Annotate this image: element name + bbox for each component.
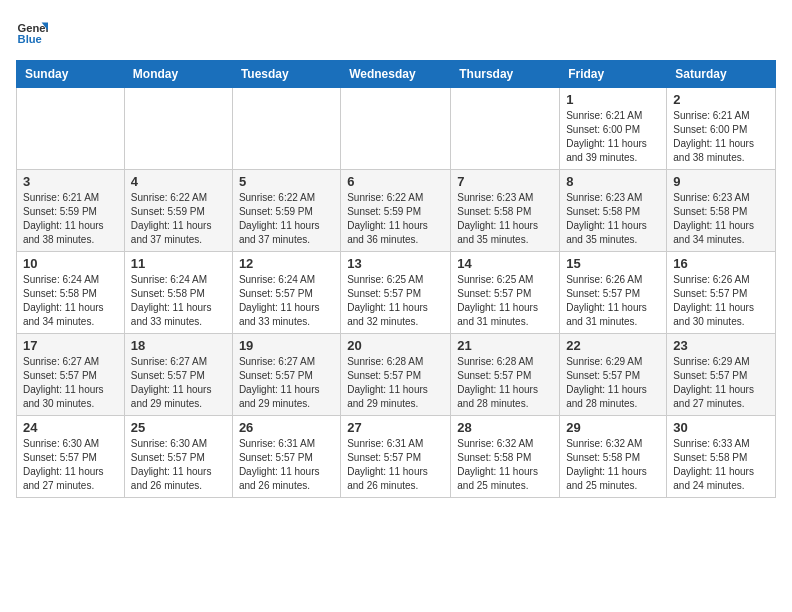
calendar-cell: 8Sunrise: 6:23 AM Sunset: 5:58 PM Daylig… xyxy=(560,170,667,252)
day-number: 24 xyxy=(23,420,118,435)
calendar-week-row: 1Sunrise: 6:21 AM Sunset: 6:00 PM Daylig… xyxy=(17,88,776,170)
page-header: General Blue xyxy=(16,16,776,48)
calendar-cell: 24Sunrise: 6:30 AM Sunset: 5:57 PM Dayli… xyxy=(17,416,125,498)
weekday-header-row: SundayMondayTuesdayWednesdayThursdayFrid… xyxy=(17,61,776,88)
weekday-header: Friday xyxy=(560,61,667,88)
calendar-cell: 11Sunrise: 6:24 AM Sunset: 5:58 PM Dayli… xyxy=(124,252,232,334)
day-number: 10 xyxy=(23,256,118,271)
day-info: Sunrise: 6:33 AM Sunset: 5:58 PM Dayligh… xyxy=(673,437,769,493)
day-info: Sunrise: 6:28 AM Sunset: 5:57 PM Dayligh… xyxy=(457,355,553,411)
calendar-cell: 15Sunrise: 6:26 AM Sunset: 5:57 PM Dayli… xyxy=(560,252,667,334)
calendar-cell: 1Sunrise: 6:21 AM Sunset: 6:00 PM Daylig… xyxy=(560,88,667,170)
day-number: 9 xyxy=(673,174,769,189)
day-number: 21 xyxy=(457,338,553,353)
day-info: Sunrise: 6:30 AM Sunset: 5:57 PM Dayligh… xyxy=(23,437,118,493)
day-info: Sunrise: 6:26 AM Sunset: 5:57 PM Dayligh… xyxy=(566,273,660,329)
calendar-cell: 3Sunrise: 6:21 AM Sunset: 5:59 PM Daylig… xyxy=(17,170,125,252)
weekday-header: Monday xyxy=(124,61,232,88)
day-info: Sunrise: 6:27 AM Sunset: 5:57 PM Dayligh… xyxy=(239,355,334,411)
day-number: 28 xyxy=(457,420,553,435)
day-info: Sunrise: 6:24 AM Sunset: 5:58 PM Dayligh… xyxy=(131,273,226,329)
day-info: Sunrise: 6:23 AM Sunset: 5:58 PM Dayligh… xyxy=(457,191,553,247)
day-number: 3 xyxy=(23,174,118,189)
calendar-cell: 21Sunrise: 6:28 AM Sunset: 5:57 PM Dayli… xyxy=(451,334,560,416)
day-number: 30 xyxy=(673,420,769,435)
calendar-cell: 16Sunrise: 6:26 AM Sunset: 5:57 PM Dayli… xyxy=(667,252,776,334)
weekday-header: Tuesday xyxy=(232,61,340,88)
calendar-table: SundayMondayTuesdayWednesdayThursdayFrid… xyxy=(16,60,776,498)
day-info: Sunrise: 6:24 AM Sunset: 5:58 PM Dayligh… xyxy=(23,273,118,329)
calendar-cell: 7Sunrise: 6:23 AM Sunset: 5:58 PM Daylig… xyxy=(451,170,560,252)
day-number: 29 xyxy=(566,420,660,435)
calendar-cell: 20Sunrise: 6:28 AM Sunset: 5:57 PM Dayli… xyxy=(341,334,451,416)
calendar-cell: 23Sunrise: 6:29 AM Sunset: 5:57 PM Dayli… xyxy=(667,334,776,416)
calendar-cell: 25Sunrise: 6:30 AM Sunset: 5:57 PM Dayli… xyxy=(124,416,232,498)
day-info: Sunrise: 6:21 AM Sunset: 6:00 PM Dayligh… xyxy=(566,109,660,165)
day-info: Sunrise: 6:22 AM Sunset: 5:59 PM Dayligh… xyxy=(347,191,444,247)
calendar-cell: 19Sunrise: 6:27 AM Sunset: 5:57 PM Dayli… xyxy=(232,334,340,416)
calendar-week-row: 10Sunrise: 6:24 AM Sunset: 5:58 PM Dayli… xyxy=(17,252,776,334)
calendar-cell: 10Sunrise: 6:24 AM Sunset: 5:58 PM Dayli… xyxy=(17,252,125,334)
day-number: 8 xyxy=(566,174,660,189)
day-info: Sunrise: 6:31 AM Sunset: 5:57 PM Dayligh… xyxy=(239,437,334,493)
day-number: 7 xyxy=(457,174,553,189)
calendar-cell xyxy=(17,88,125,170)
day-info: Sunrise: 6:22 AM Sunset: 5:59 PM Dayligh… xyxy=(239,191,334,247)
day-info: Sunrise: 6:21 AM Sunset: 6:00 PM Dayligh… xyxy=(673,109,769,165)
day-info: Sunrise: 6:25 AM Sunset: 5:57 PM Dayligh… xyxy=(457,273,553,329)
calendar-cell: 14Sunrise: 6:25 AM Sunset: 5:57 PM Dayli… xyxy=(451,252,560,334)
day-info: Sunrise: 6:29 AM Sunset: 5:57 PM Dayligh… xyxy=(673,355,769,411)
day-number: 15 xyxy=(566,256,660,271)
day-info: Sunrise: 6:24 AM Sunset: 5:57 PM Dayligh… xyxy=(239,273,334,329)
weekday-header: Sunday xyxy=(17,61,125,88)
calendar-cell: 30Sunrise: 6:33 AM Sunset: 5:58 PM Dayli… xyxy=(667,416,776,498)
day-number: 5 xyxy=(239,174,334,189)
weekday-header: Thursday xyxy=(451,61,560,88)
day-info: Sunrise: 6:22 AM Sunset: 5:59 PM Dayligh… xyxy=(131,191,226,247)
calendar-week-row: 17Sunrise: 6:27 AM Sunset: 5:57 PM Dayli… xyxy=(17,334,776,416)
day-info: Sunrise: 6:32 AM Sunset: 5:58 PM Dayligh… xyxy=(457,437,553,493)
calendar-cell: 27Sunrise: 6:31 AM Sunset: 5:57 PM Dayli… xyxy=(341,416,451,498)
calendar-cell: 22Sunrise: 6:29 AM Sunset: 5:57 PM Dayli… xyxy=(560,334,667,416)
day-number: 22 xyxy=(566,338,660,353)
day-number: 20 xyxy=(347,338,444,353)
day-info: Sunrise: 6:27 AM Sunset: 5:57 PM Dayligh… xyxy=(131,355,226,411)
day-info: Sunrise: 6:23 AM Sunset: 5:58 PM Dayligh… xyxy=(673,191,769,247)
calendar-cell: 6Sunrise: 6:22 AM Sunset: 5:59 PM Daylig… xyxy=(341,170,451,252)
day-number: 11 xyxy=(131,256,226,271)
day-info: Sunrise: 6:27 AM Sunset: 5:57 PM Dayligh… xyxy=(23,355,118,411)
day-number: 1 xyxy=(566,92,660,107)
calendar-cell: 5Sunrise: 6:22 AM Sunset: 5:59 PM Daylig… xyxy=(232,170,340,252)
calendar-cell: 4Sunrise: 6:22 AM Sunset: 5:59 PM Daylig… xyxy=(124,170,232,252)
day-number: 12 xyxy=(239,256,334,271)
calendar-cell: 18Sunrise: 6:27 AM Sunset: 5:57 PM Dayli… xyxy=(124,334,232,416)
calendar-cell: 12Sunrise: 6:24 AM Sunset: 5:57 PM Dayli… xyxy=(232,252,340,334)
day-number: 17 xyxy=(23,338,118,353)
calendar-cell xyxy=(232,88,340,170)
day-number: 2 xyxy=(673,92,769,107)
calendar-cell: 26Sunrise: 6:31 AM Sunset: 5:57 PM Dayli… xyxy=(232,416,340,498)
calendar-cell: 2Sunrise: 6:21 AM Sunset: 6:00 PM Daylig… xyxy=(667,88,776,170)
weekday-header: Saturday xyxy=(667,61,776,88)
weekday-header: Wednesday xyxy=(341,61,451,88)
day-number: 13 xyxy=(347,256,444,271)
day-info: Sunrise: 6:25 AM Sunset: 5:57 PM Dayligh… xyxy=(347,273,444,329)
day-info: Sunrise: 6:23 AM Sunset: 5:58 PM Dayligh… xyxy=(566,191,660,247)
calendar-cell: 13Sunrise: 6:25 AM Sunset: 5:57 PM Dayli… xyxy=(341,252,451,334)
calendar-cell: 29Sunrise: 6:32 AM Sunset: 5:58 PM Dayli… xyxy=(560,416,667,498)
day-number: 27 xyxy=(347,420,444,435)
calendar-cell: 17Sunrise: 6:27 AM Sunset: 5:57 PM Dayli… xyxy=(17,334,125,416)
day-number: 16 xyxy=(673,256,769,271)
day-info: Sunrise: 6:28 AM Sunset: 5:57 PM Dayligh… xyxy=(347,355,444,411)
day-info: Sunrise: 6:31 AM Sunset: 5:57 PM Dayligh… xyxy=(347,437,444,493)
day-number: 19 xyxy=(239,338,334,353)
calendar-cell xyxy=(341,88,451,170)
day-number: 26 xyxy=(239,420,334,435)
day-number: 18 xyxy=(131,338,226,353)
calendar-cell: 28Sunrise: 6:32 AM Sunset: 5:58 PM Dayli… xyxy=(451,416,560,498)
day-number: 4 xyxy=(131,174,226,189)
logo-icon: General Blue xyxy=(16,16,48,48)
day-number: 6 xyxy=(347,174,444,189)
calendar-cell: 9Sunrise: 6:23 AM Sunset: 5:58 PM Daylig… xyxy=(667,170,776,252)
day-number: 25 xyxy=(131,420,226,435)
